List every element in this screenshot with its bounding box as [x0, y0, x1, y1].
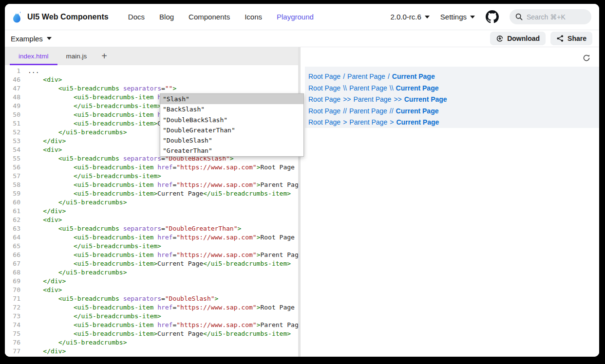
examples-dropdown[interactable]: Examples: [11, 35, 52, 43]
breadcrumbs-row: Root Page>>Parent Page>>Current Page: [308, 94, 599, 106]
breadcrumb-current: Current Page: [404, 95, 447, 103]
editor-tab-main-js[interactable]: main.js: [57, 47, 96, 65]
ui5-logo-icon: [11, 10, 23, 24]
line-number: 53: [5, 137, 25, 146]
code-text: <ui5-breadcrumbs separators="DoubleGreat…: [25, 224, 241, 233]
code-line[interactable]: 68 </ui5-breadcrumbs>: [5, 268, 298, 277]
code-line[interactable]: 67 <ui5-breadcrumbs-item>Current Page</u…: [5, 259, 298, 268]
line-number: 57: [5, 172, 25, 181]
line-number: 65: [5, 242, 25, 251]
code-line[interactable]: 58 <ui5-breadcrumbs-item href="https://w…: [5, 181, 298, 189]
breadcrumb-current: Current Page: [392, 73, 435, 80]
brand-title: UI5 Web Components: [27, 13, 109, 21]
download-icon: [496, 35, 504, 42]
nav-link-docs[interactable]: Docs: [128, 13, 145, 21]
top-nav: UI5 Web Components DocsBlogComponentsIco…: [5, 4, 599, 30]
code-line[interactable]: 69 </div>: [5, 277, 298, 286]
code-line[interactable]: 46 <div>: [5, 75, 298, 84]
download-button[interactable]: Download: [490, 32, 546, 45]
code-text: <div>: [25, 75, 62, 84]
refresh-button[interactable]: [582, 53, 591, 64]
code-text: </ui5-breadcrumbs-item>: [25, 102, 161, 110]
code-line[interactable]: 59 <ui5-breadcrumbs-item>Current Page</u…: [5, 189, 298, 198]
search-box[interactable]: [510, 9, 591, 24]
line-number: 76: [5, 338, 25, 347]
code-line[interactable]: 56 <ui5-breadcrumbs-item href="https://w…: [5, 163, 298, 172]
breadcrumb-link[interactable]: Root Page: [308, 73, 340, 80]
code-line[interactable]: 1...: [5, 67, 298, 75]
breadcrumb-link[interactable]: Root Page: [308, 107, 340, 115]
editor-tab-index-html[interactable]: index.html: [10, 47, 57, 65]
code-line[interactable]: 65 </ui5-breadcrumbs-item>: [5, 242, 298, 251]
code-line[interactable]: 75 <ui5-breadcrumbs-item>Current Page</u…: [5, 329, 298, 338]
code-text: </div>: [25, 347, 66, 356]
search-input[interactable]: [527, 13, 580, 21]
autocomplete-option[interactable]: "BackSlash": [160, 104, 303, 114]
line-number: 52: [5, 128, 25, 137]
code-line[interactable]: 70 <div>: [5, 286, 298, 294]
code-line[interactable]: 63 <ui5-breadcrumbs separators="DoubleGr…: [5, 224, 298, 233]
breadcrumb-separator: >>: [343, 95, 351, 103]
nav-link-playground[interactable]: Playground: [277, 13, 314, 21]
code-line[interactable]: 66 <ui5-breadcrumbs-item href="https://w…: [5, 251, 298, 259]
code-line[interactable]: 76 </ui5-breadcrumbs>: [5, 338, 298, 347]
breadcrumb-link[interactable]: Parent Page: [349, 84, 387, 92]
chevron-down-icon: [470, 16, 475, 18]
breadcrumb-link[interactable]: Parent Page: [354, 95, 392, 103]
version-dropdown[interactable]: 2.0.0-rc.6: [390, 13, 429, 21]
line-number: 69: [5, 277, 25, 286]
code-text: <ui5-breadcrumbs separators="DoubleSlash…: [25, 294, 218, 303]
nav-link-icons[interactable]: Icons: [245, 13, 262, 21]
code-line[interactable]: 60 </ui5-breadcrumbs>: [5, 198, 298, 207]
code-line[interactable]: 77 </div>: [5, 347, 298, 356]
line-number: 59: [5, 189, 25, 198]
breadcrumb-link[interactable]: Parent Page: [349, 118, 387, 126]
breadcrumb-link[interactable]: Parent Page: [347, 73, 385, 80]
share-button[interactable]: Share: [550, 32, 592, 45]
code-text: <ui5-breadcrumbs-item href="https://www.…: [25, 181, 298, 189]
breadcrumb-separator: \\: [390, 84, 394, 92]
brand[interactable]: UI5 Web Components: [11, 10, 109, 24]
search-icon: [515, 13, 523, 20]
autocomplete-option[interactable]: "DoubleSlash": [160, 135, 303, 146]
breadcrumb-current: Current Page: [396, 84, 439, 92]
code-line[interactable]: 47 <ui5-breadcrumbs separators="">: [5, 84, 298, 93]
code-line[interactable]: 78 <div>: [5, 356, 298, 357]
line-number: 66: [5, 251, 25, 259]
share-icon: [556, 35, 564, 42]
line-number: 71: [5, 294, 25, 303]
editor-tabbar: index.htmlmain.js+: [5, 47, 298, 65]
github-icon[interactable]: [486, 10, 499, 23]
line-number: 67: [5, 259, 25, 268]
settings-dropdown[interactable]: Settings: [440, 13, 475, 21]
breadcrumb-link[interactable]: Parent Page: [349, 107, 387, 115]
breadcrumb-separator: >: [390, 118, 394, 126]
code-text: </ui5-breadcrumbs-item>: [25, 172, 161, 181]
nav-link-blog[interactable]: Blog: [159, 13, 174, 21]
breadcrumb-link[interactable]: Root Page: [308, 84, 340, 92]
autocomplete-option[interactable]: "DoubleBackSlash": [160, 115, 303, 125]
code-text: </ui5-breadcrumbs>: [25, 128, 127, 137]
autocomplete-option[interactable]: "GreaterThan": [160, 146, 303, 156]
code-line[interactable]: 57 </ui5-breadcrumbs-item>: [5, 172, 298, 181]
code-text: <ui5-breadcrumbs-item>Current Page</ui5-…: [25, 329, 291, 338]
breadcrumb-link[interactable]: Root Page: [308, 95, 340, 103]
autocomplete-option[interactable]: "DoubleGreaterThan": [160, 125, 303, 135]
new-tab-button[interactable]: +: [95, 47, 113, 65]
code-line[interactable]: 73 </ui5-breadcrumbs-item>: [5, 312, 298, 321]
autocomplete-option[interactable]: "Slash": [160, 94, 303, 104]
breadcrumb-link[interactable]: Root Page: [308, 118, 340, 126]
code-line[interactable]: 61 </div>: [5, 207, 298, 216]
code-text: <div>: [25, 286, 62, 294]
breadcrumb-current: Current Page: [396, 107, 439, 115]
breadcrumb-separator: \\: [343, 84, 347, 92]
code-line[interactable]: 71 <ui5-breadcrumbs separators="DoubleSl…: [5, 294, 298, 303]
nav-link-components[interactable]: Components: [189, 13, 230, 21]
code-line[interactable]: 74 <ui5-breadcrumbs-item href="https://w…: [5, 321, 298, 329]
code-text: <ui5-breadcrumbs-item>Current Page</ui5-…: [25, 189, 291, 198]
code-line[interactable]: 64 <ui5-breadcrumbs-item href="https://w…: [5, 233, 298, 242]
line-number: 47: [5, 84, 25, 93]
breadcrumb-separator: //: [343, 107, 347, 115]
code-line[interactable]: 72 <ui5-breadcrumbs-item href="https://w…: [5, 303, 298, 312]
code-line[interactable]: 62 <div>: [5, 216, 298, 224]
